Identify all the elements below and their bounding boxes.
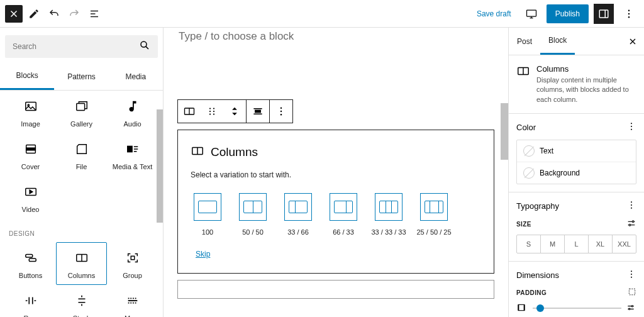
- variation-100[interactable]: 100: [191, 193, 225, 236]
- settings-sidebar-toggle[interactable]: [594, 4, 614, 24]
- tab-patterns[interactable]: Patterns: [54, 63, 108, 90]
- redo-button[interactable]: [65, 5, 83, 23]
- video-icon: [23, 184, 38, 199]
- buttons-icon: [23, 250, 38, 265]
- block-type-icon[interactable]: [178, 100, 201, 123]
- inserter-scrollbar-track: [157, 97, 163, 317]
- block-buttons[interactable]: Buttons: [5, 242, 56, 285]
- sidebar-tabs: Post Block: [509, 28, 644, 55]
- size-m[interactable]: M: [541, 235, 565, 253]
- panel-options-icon[interactable]: [626, 121, 636, 133]
- link-sides-icon[interactable]: [628, 287, 636, 298]
- panel-title: Color: [516, 123, 536, 132]
- panel-options-icon[interactable]: [626, 200, 636, 212]
- block-label: File: [76, 163, 87, 170]
- top-toolbar: Save draft Publish: [0, 0, 644, 28]
- block-label: Audio: [123, 120, 141, 128]
- options-menu-button[interactable]: [619, 4, 639, 24]
- background-color-row[interactable]: Background: [517, 162, 636, 184]
- block-stack[interactable]: Stack: [56, 285, 107, 317]
- tab-block[interactable]: Block: [540, 28, 575, 55]
- variation-25-50-25[interactable]: 25 / 50 / 25: [417, 193, 451, 236]
- variation-50-50[interactable]: 50 / 50: [236, 193, 270, 236]
- inserter-scrollbar-thumb[interactable]: [157, 109, 163, 223]
- block-more[interactable]: More: [107, 285, 158, 317]
- edit-icon[interactable]: [25, 5, 43, 23]
- block-media-text[interactable]: Media & Text: [107, 133, 158, 176]
- block-audio[interactable]: Audio: [107, 91, 158, 133]
- undo-button[interactable]: [45, 5, 63, 23]
- canvas-scrollbar-thumb[interactable]: [501, 103, 508, 160]
- block-group[interactable]: Group: [107, 242, 158, 285]
- block-video[interactable]: Video: [5, 176, 56, 219]
- block-columns[interactable]: Columns: [56, 242, 107, 285]
- size-l[interactable]: L: [565, 235, 589, 253]
- svg-rect-16: [131, 256, 135, 260]
- columns-placeholder-subtitle: Select a variation to start with.: [191, 170, 481, 179]
- media-text-icon: [125, 142, 140, 157]
- tab-post[interactable]: Post: [509, 28, 540, 55]
- close-sidebar-button[interactable]: [621, 30, 644, 53]
- gallery-icon: [74, 99, 89, 114]
- tab-blocks[interactable]: Blocks: [0, 63, 54, 90]
- svg-point-43: [631, 306, 633, 307]
- image-icon: [23, 99, 38, 114]
- block-cover[interactable]: Cover: [5, 133, 56, 176]
- svg-point-18: [209, 108, 211, 109]
- svg-rect-1: [599, 10, 608, 18]
- settings-icon[interactable]: [626, 303, 636, 313]
- close-inserter-button[interactable]: [5, 5, 23, 23]
- save-draft-button[interactable]: Save draft: [472, 9, 516, 18]
- font-size-selector[interactable]: S M L XL XXL: [516, 235, 636, 253]
- panel-title: Dimensions: [516, 270, 559, 280]
- canvas-scrollbar-track: [501, 28, 508, 317]
- size-xxl[interactable]: XXL: [613, 235, 636, 253]
- preview-button[interactable]: [521, 4, 541, 24]
- editor-canvas[interactable]: Type / to choose a block Columns Select …: [164, 28, 508, 317]
- block-label: Video: [22, 206, 40, 213]
- block-description-text: Display content in multiple columns, wit…: [536, 75, 636, 104]
- svg-point-36: [632, 221, 634, 223]
- panel-title: Typography: [516, 201, 559, 211]
- columns-icon: [74, 250, 89, 265]
- color-swatch-icon: [523, 145, 535, 157]
- text-color-row[interactable]: Text: [517, 140, 636, 162]
- horizontal-icon: [516, 303, 528, 314]
- block-label: Media & Text: [113, 163, 152, 170]
- svg-point-37: [629, 225, 631, 226]
- padding-horizontal-slider[interactable]: [516, 303, 636, 314]
- svg-rect-14: [29, 259, 36, 262]
- document-overview-button[interactable]: [86, 5, 103, 23]
- svg-point-38: [631, 271, 632, 272]
- svg-point-44: [629, 308, 630, 309]
- publish-button[interactable]: Publish: [547, 4, 589, 23]
- skip-link[interactable]: Skip: [196, 250, 210, 259]
- panel-options-icon[interactable]: [626, 269, 636, 281]
- color-row-label: Background: [540, 169, 580, 177]
- drag-handle-icon[interactable]: [201, 100, 223, 123]
- block-type-hint: Type / to choose a block: [164, 28, 508, 43]
- tab-media[interactable]: Media: [109, 63, 163, 90]
- size-xl[interactable]: XL: [589, 235, 613, 253]
- inserter-scroll-area[interactable]: Image Gallery Audio Cover File: [0, 91, 163, 317]
- variation-66-33[interactable]: 66 / 33: [326, 193, 360, 236]
- block-options-icon[interactable]: [270, 100, 292, 123]
- block-label: Stack: [73, 314, 91, 317]
- move-arrows-icon[interactable]: [223, 100, 246, 123]
- block-file[interactable]: File: [56, 133, 107, 176]
- block-gallery[interactable]: Gallery: [56, 91, 107, 133]
- size-s[interactable]: S: [517, 235, 541, 253]
- search-input[interactable]: [13, 42, 139, 51]
- variation-33-33-33[interactable]: 33 / 33 / 33: [372, 193, 406, 236]
- block-image[interactable]: Image: [5, 91, 56, 133]
- align-button[interactable]: [247, 100, 269, 123]
- columns-placeholder-title: Columns: [211, 145, 258, 159]
- variation-33-66[interactable]: 33 / 66: [281, 193, 315, 236]
- block-row[interactable]: Row: [5, 285, 56, 317]
- search-box[interactable]: [5, 35, 158, 58]
- settings-icon[interactable]: [626, 218, 636, 230]
- empty-paragraph-block[interactable]: [177, 280, 494, 299]
- svg-point-35: [631, 208, 632, 209]
- block-label: Gallery: [70, 120, 92, 128]
- svg-point-33: [631, 202, 632, 203]
